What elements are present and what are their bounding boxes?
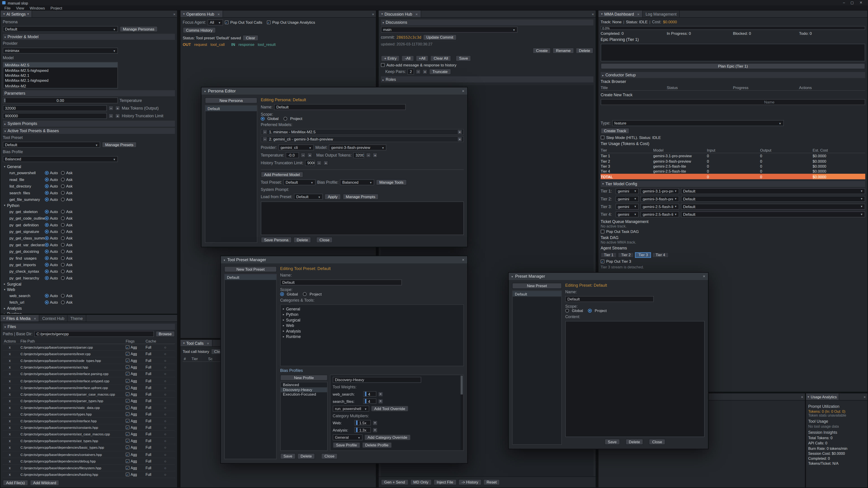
save-preset-button[interactable]: Save (604, 439, 620, 445)
agg-checkbox[interactable] (126, 379, 129, 383)
manage-personas-button[interactable]: Manage Personas (120, 26, 158, 32)
agg-checkbox[interactable] (126, 352, 129, 356)
panel-close-icon[interactable]: × (592, 11, 594, 17)
discussion-action-button[interactable]: MD Only (410, 479, 432, 485)
persona-name-input[interactable]: Default (274, 104, 406, 110)
ask-radio[interactable] (61, 276, 65, 280)
system-prompts-header[interactable]: ▸ System Prompts (3, 121, 175, 127)
tool-preset-list-item[interactable]: Default (225, 274, 276, 280)
new-tool-preset-button[interactable]: New Tool Preset (224, 266, 277, 272)
add-preferred-model-button[interactable]: Add Preferred Model (260, 171, 303, 177)
auto-radio[interactable] (45, 216, 49, 220)
auto-radio[interactable] (45, 276, 49, 280)
update-commit-button[interactable]: Update Commit (423, 34, 457, 40)
ask-radio[interactable] (61, 197, 65, 201)
ask-radio[interactable] (61, 229, 65, 233)
tab-ai-settings[interactable]: ▾ AI Settings ▾ (0, 11, 32, 17)
ask-radio[interactable] (61, 223, 65, 227)
auto-radio[interactable] (45, 236, 49, 240)
model-option[interactable]: MiniMax-M2.1-highspeed (3, 78, 117, 84)
rename-discussion-button[interactable]: Rename (553, 48, 574, 54)
remove-weight-icon[interactable]: × (378, 392, 383, 396)
tool-preset-select[interactable]: Default ▼ (3, 142, 100, 148)
increment-button[interactable]: + (115, 106, 120, 111)
tier-provider-select[interactable]: gemini ▼ (616, 188, 639, 194)
close-icon[interactable]: ✕ (860, 0, 862, 5)
auto-radio[interactable] (45, 249, 49, 253)
history-limit-input[interactable]: 900000 (3, 113, 107, 119)
tool-preset-manager-titlebar[interactable]: ▾ Tool Preset Manager × (221, 256, 467, 263)
auto-radio[interactable] (45, 191, 49, 195)
tab-operations-hub[interactable]: ▾ Operations Hub × (180, 11, 223, 17)
decrement-button[interactable]: − (416, 69, 421, 74)
expand-all-button[interactable]: +All (415, 55, 429, 61)
temperature-input[interactable]: -0.0 (286, 152, 299, 158)
full-button[interactable]: Full (146, 365, 157, 369)
track-type-select[interactable]: feature ▼ (612, 120, 784, 126)
truncate-button[interactable]: Truncate (429, 69, 451, 75)
agg-checkbox[interactable] (126, 439, 129, 443)
agg-checkbox[interactable] (126, 365, 129, 369)
manage-prompts-button[interactable]: Manage Prompts (342, 194, 379, 200)
agg-checkbox[interactable] (126, 359, 129, 363)
category-node[interactable]: ▸ Python (282, 312, 462, 317)
add-wildcard-button[interactable]: Add Wildcard (30, 480, 59, 486)
tab-tool-calls[interactable]: ▾ Tool Calls × (180, 340, 213, 346)
agg-checkbox[interactable] (126, 446, 129, 450)
track-name-input[interactable]: Name (600, 99, 865, 105)
auto-radio[interactable] (45, 177, 49, 181)
tier-model-select[interactable]: gemini-2.5-flash-lite ▼ (640, 203, 679, 210)
full-button[interactable]: Full (146, 439, 157, 443)
model-select[interactable]: gemini-3-flash-preview ▼ (329, 144, 387, 151)
tab-context-hub[interactable]: Context Hub (39, 315, 68, 321)
roles-header[interactable]: ▸ Roles (381, 76, 593, 83)
group-python[interactable]: ▾ Python (3, 202, 175, 208)
group-surgical[interactable]: ▸ Surgical (3, 281, 175, 287)
browse-button[interactable]: Browse (155, 331, 175, 337)
comms-history-button[interactable]: Comms History (183, 27, 216, 33)
menu-item[interactable]: Project (51, 6, 62, 10)
tab-usage-analytics[interactable]: ▾ Usage Analytics (806, 393, 839, 400)
manage-tools-button[interactable]: Manage Tools (376, 179, 407, 185)
panel-close-icon[interactable]: × (864, 393, 866, 400)
remove-file-button[interactable]: x (4, 399, 20, 402)
save-discussion-button[interactable]: Save (456, 55, 471, 61)
tier-preset-select[interactable]: Default ▼ (681, 203, 865, 210)
remove-file-button[interactable]: x (4, 473, 20, 476)
remove-file-button[interactable]: x (4, 352, 20, 356)
tier-model-select[interactable]: gemini-3.1-pro-preview ▼ (640, 188, 679, 194)
full-button[interactable]: Full (146, 372, 157, 376)
close-dialog-button[interactable]: Close (649, 439, 665, 445)
decrement-button[interactable]: − (301, 153, 306, 158)
auto-radio[interactable] (45, 171, 49, 175)
close-dialog-button[interactable]: Close (316, 237, 333, 243)
discussion-action-button[interactable]: -> History (458, 479, 482, 485)
ask-radio[interactable] (61, 216, 65, 220)
tier-model-select[interactable]: gemini-2.5-flash-lite ▼ (640, 211, 679, 217)
tab-mma-dashboard[interactable]: ▾ MMA Dashboard × (598, 11, 643, 17)
agg-checkbox[interactable] (126, 473, 129, 476)
minimize-icon[interactable]: – (843, 0, 845, 5)
persona-editor-titlebar[interactable]: ▾ Persona Editor × (202, 88, 467, 95)
tool-weight-slider[interactable]: 4 (363, 391, 377, 396)
full-button[interactable]: Full (146, 419, 157, 423)
group-general[interactable]: ▾ General (3, 164, 175, 169)
tab-close-icon[interactable]: × (34, 316, 36, 320)
remove-file-button[interactable]: x (4, 459, 20, 463)
provider-select[interactable]: minimax ▼ (3, 48, 118, 54)
agg-checkbox[interactable] (126, 466, 129, 469)
close-dialog-button[interactable]: Close (321, 453, 338, 459)
group-runtime[interactable]: ▸ Runtime (3, 311, 175, 314)
slider-handle[interactable] (4, 98, 5, 102)
group-analysis[interactable]: ▸ Analysis (3, 305, 175, 311)
discussions-header[interactable]: ▾ Discussions (381, 20, 593, 26)
scope-global-radio[interactable] (260, 117, 265, 121)
discussion-select[interactable]: main ▼ (381, 27, 518, 33)
ask-radio[interactable] (61, 256, 65, 260)
tool-preset-name-input[interactable]: Default (280, 280, 402, 286)
panel-close-icon[interactable]: × (173, 11, 176, 17)
tier-model-config-header[interactable]: ▾ Tier Model Config (600, 181, 865, 187)
parameters-header[interactable]: Parameters (3, 90, 175, 96)
apply-button[interactable]: Apply (324, 194, 341, 200)
scope-project-radio[interactable] (303, 292, 307, 296)
